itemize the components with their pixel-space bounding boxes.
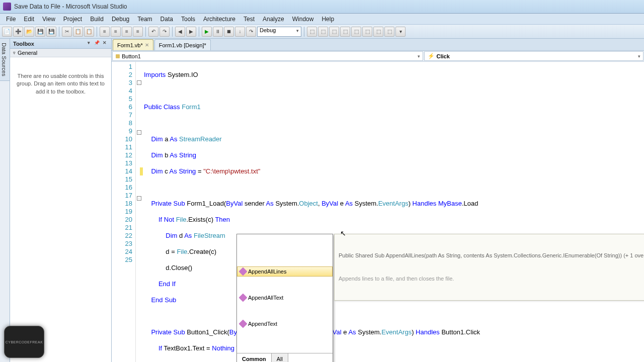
chevron-down-icon: ▿: [13, 50, 16, 55]
nav-back-button[interactable]: ◀: [175, 27, 185, 37]
object-icon: [116, 54, 120, 58]
separator: [97, 27, 97, 37]
line-number-gutter: 1234567891011121314151617181920212223242…: [112, 62, 136, 362]
menu-project[interactable]: Project: [59, 15, 86, 24]
close-icon[interactable]: ✕: [145, 42, 149, 48]
code-editor[interactable]: 1234567891011121314151617181920212223242…: [112, 62, 644, 362]
pause-button[interactable]: ⏸: [213, 27, 223, 37]
uncomment-button[interactable]: ≡: [133, 27, 143, 37]
side-tab-data-sources[interactable]: Data Sources: [0, 39, 10, 81]
tool-button[interactable]: ⬚: [329, 27, 339, 37]
toolbox-empty-text: There are no usable controls in this gro…: [10, 57, 111, 111]
open-button[interactable]: 📂: [24, 27, 34, 37]
intellisense-item-appendtext[interactable]: AppendText: [237, 319, 333, 329]
menu-analyze[interactable]: Analyze: [259, 15, 288, 24]
toolbox-title: Toolbox: [13, 41, 34, 47]
indent-button[interactable]: ≡: [100, 27, 110, 37]
start-debug-button[interactable]: ▶: [202, 27, 212, 37]
menu-team[interactable]: Team: [133, 15, 156, 24]
intellisense-item-appendalllines[interactable]: AppendAllLines: [237, 266, 333, 277]
tool-button[interactable]: ⬚: [362, 27, 372, 37]
tool-button[interactable]: ⬚: [307, 27, 317, 37]
fold-column: ---: [136, 62, 142, 362]
menu-file[interactable]: File: [2, 15, 20, 24]
tab-label: Form1.vb*: [117, 42, 143, 48]
save-all-button[interactable]: 💾: [46, 27, 56, 37]
fold-icon[interactable]: -: [137, 80, 141, 85]
step-over-button[interactable]: ↷: [246, 27, 256, 37]
title-bar: Save Data to File - Microsoft Visual Stu…: [0, 0, 644, 14]
toolbar: 📄 ➕ 📂 💾 💾 ✂ 📋 📋 ≡ ≡ ≡ ≡ ↶ ↷ ◀ ▶ ▶ ⏸ ⏹ ↓ …: [0, 25, 644, 39]
event-icon: ⚡: [428, 53, 435, 59]
menu-window[interactable]: Window: [288, 15, 318, 24]
separator: [145, 27, 146, 37]
filter-all[interactable]: All: [272, 353, 288, 362]
menu-edit[interactable]: Edit: [20, 15, 38, 24]
toolbar-overflow-button[interactable]: ▾: [395, 27, 406, 37]
member-combo-right[interactable]: ⚡ Click: [424, 51, 643, 61]
toolbox-header: Toolbox ▾ 📌 ✕: [10, 39, 111, 49]
step-into-button[interactable]: ↓: [235, 27, 245, 37]
save-button[interactable]: 💾: [35, 27, 45, 37]
tooltip-description: Appends lines to a file, and then closes…: [339, 275, 644, 283]
tool-button[interactable]: ⬚: [318, 27, 328, 37]
tab-strip: Form1.vb* ✕ Form1.vb [Design]*: [112, 39, 644, 51]
method-icon: [239, 267, 248, 276]
method-icon: [239, 294, 248, 302]
change-marker: [140, 167, 143, 175]
method-icon: [239, 320, 248, 328]
tab-form1-design[interactable]: Form1.vb [Design]*: [154, 39, 211, 50]
menu-help[interactable]: Help: [317, 15, 338, 24]
outdent-button[interactable]: ≡: [111, 27, 121, 37]
undo-button[interactable]: ↶: [148, 27, 158, 37]
dropdown-icon[interactable]: ▾: [85, 40, 92, 47]
cut-button[interactable]: ✂: [62, 27, 72, 37]
menu-build[interactable]: Build: [86, 15, 108, 24]
nav-forward-button[interactable]: ▶: [186, 27, 196, 37]
tool-button[interactable]: ⬚: [384, 27, 394, 37]
combo-value: Button1: [122, 53, 141, 59]
menu-bar: File Edit View Project Build Debug Team …: [0, 14, 644, 25]
tab-form1-vb[interactable]: Form1.vb* ✕: [113, 39, 153, 50]
combo-value: Click: [437, 53, 450, 59]
tab-label: Form1.vb [Design]*: [159, 42, 206, 48]
member-combo-left[interactable]: Button1: [112, 51, 423, 61]
toolbox-group-general[interactable]: ▿ General: [10, 49, 111, 57]
menu-test[interactable]: Test: [239, 15, 259, 24]
comment-button[interactable]: ≡: [122, 27, 132, 37]
tool-button[interactable]: ⬚: [373, 27, 383, 37]
fold-icon[interactable]: -: [137, 196, 141, 201]
tool-button[interactable]: ⬚: [340, 27, 350, 37]
new-project-button[interactable]: 📄: [2, 27, 12, 37]
close-icon[interactable]: ✕: [101, 40, 108, 47]
menu-tools[interactable]: Tools: [177, 15, 199, 24]
config-combo[interactable]: Debug: [257, 27, 301, 37]
tool-button[interactable]: ⬚: [351, 27, 361, 37]
fold-icon[interactable]: -: [137, 130, 141, 135]
intellisense-popup[interactable]: AppendAllLines AppendAllText AppendText …: [236, 234, 333, 362]
side-panel: Data Sources: [0, 39, 10, 362]
menu-debug[interactable]: Debug: [108, 15, 133, 24]
stop-button[interactable]: ⏹: [224, 27, 234, 37]
pin-icon[interactable]: 📌: [93, 40, 100, 47]
filter-common[interactable]: Common: [237, 353, 272, 362]
separator: [172, 27, 173, 37]
menu-data[interactable]: Data: [156, 15, 177, 24]
intellisense-item-appendalltext[interactable]: AppendAllText: [237, 293, 333, 303]
menu-architecture[interactable]: Architecture: [199, 15, 239, 24]
window-title: Save Data to File - Microsoft Visual Stu…: [14, 3, 127, 10]
watermark-badge: CYBERCODEFREAK: [4, 326, 44, 358]
toolbox-panel: Toolbox ▾ 📌 ✕ ▿ General There are no usa…: [10, 39, 112, 362]
intellisense-tooltip: Public Shared Sub AppendAllLines(path As…: [334, 234, 644, 301]
redo-button[interactable]: ↷: [159, 27, 170, 37]
menu-view[interactable]: View: [38, 15, 59, 24]
add-item-button[interactable]: ➕: [13, 27, 23, 37]
intellisense-list[interactable]: AppendAllLines AppendAllText AppendText …: [237, 250, 333, 337]
separator: [304, 27, 304, 37]
toolbox-group-label: General: [18, 50, 37, 56]
paste-button[interactable]: 📋: [84, 27, 94, 37]
code-text[interactable]: Imports System.IO Public Class Form1 Dim…: [142, 62, 644, 362]
editor-area: Form1.vb* ✕ Form1.vb [Design]* Button1 ⚡…: [112, 39, 644, 362]
separator: [59, 27, 59, 37]
copy-button[interactable]: 📋: [73, 27, 83, 37]
